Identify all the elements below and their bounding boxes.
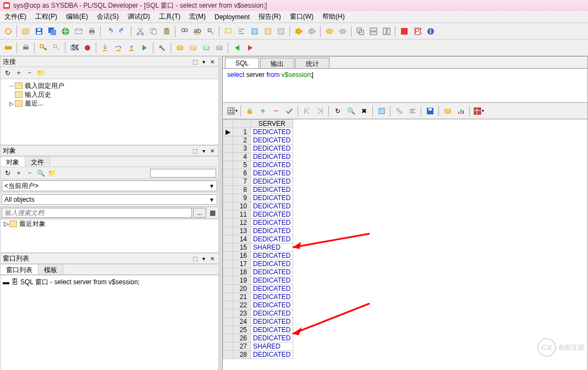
window-list[interactable]: ▬ 🗄 SQL 窗口 - select server from v$sessio…: [0, 275, 219, 370]
folder-icon[interactable]: 📁: [47, 168, 57, 178]
table-row[interactable]: 18DEDICATED: [223, 268, 293, 277]
menu-edit[interactable]: 编辑(E): [62, 11, 92, 23]
browse-button[interactable]: ...: [193, 208, 206, 218]
table-row[interactable]: 13DEDICATED: [223, 227, 293, 235]
paste-button[interactable]: [161, 25, 173, 37]
rollback-button[interactable]: [337, 25, 349, 37]
tab-objects[interactable]: 对象: [1, 157, 25, 167]
chart-button[interactable]: [455, 105, 467, 117]
tab-stats[interactable]: 统计: [295, 58, 329, 68]
table-row[interactable]: 8DEDICATED: [223, 186, 293, 194]
find-button[interactable]: [178, 25, 190, 37]
tile-v-button[interactable]: [381, 25, 393, 37]
table-row[interactable]: 22DEDICATED: [223, 301, 293, 310]
save-button[interactable]: [33, 25, 45, 37]
window-list-item[interactable]: ▬ 🗄 SQL 窗口 - select server from v$sessio…: [3, 278, 216, 286]
plan-button[interactable]: [249, 25, 261, 37]
tile-h-button[interactable]: [367, 25, 380, 37]
first-button[interactable]: [301, 105, 313, 117]
tab-files[interactable]: 文件: [25, 157, 50, 167]
print2-button[interactable]: [20, 42, 32, 54]
user-combo[interactable]: <当前用户>▼: [2, 180, 217, 191]
search-input[interactable]: [2, 208, 192, 218]
panel-pin-icon[interactable]: ⬚: [191, 147, 199, 154]
cut-button[interactable]: [134, 25, 146, 37]
del-row-button[interactable]: −: [270, 105, 282, 117]
tree-item-fixed-users[interactable]: ···载入固定用户: [2, 81, 217, 90]
table-row[interactable]: ▶1DEDICATED: [223, 128, 293, 136]
key-button[interactable]: [37, 42, 50, 54]
panel-pin-icon[interactable]: ⬚: [191, 255, 199, 262]
table-row[interactable]: 24DEDICATED: [223, 318, 293, 326]
saveall-button[interactable]: [46, 25, 58, 37]
step-over-button[interactable]: [112, 42, 124, 54]
add-icon[interactable]: ＋: [14, 168, 24, 178]
menu-project[interactable]: 工程(P): [31, 11, 62, 23]
remove-icon[interactable]: －: [25, 168, 35, 178]
wrench-button[interactable]: [156, 42, 168, 54]
table-row[interactable]: 25DEDICATED: [223, 326, 293, 334]
obj-button[interactable]: [262, 25, 274, 37]
email-button[interactable]: [73, 25, 85, 37]
table-row[interactable]: 21DEDICATED: [223, 293, 293, 301]
grid-button[interactable]: ▾: [226, 105, 238, 117]
copy-button[interactable]: [147, 25, 160, 37]
export-button[interactable]: [424, 105, 436, 117]
menu-session[interactable]: 会话(S): [92, 11, 123, 23]
menu-tools[interactable]: 工具(T): [155, 11, 185, 23]
table-row[interactable]: 15SHARED: [223, 244, 293, 252]
db1-button[interactable]: [174, 42, 186, 54]
nav-back-button[interactable]: [231, 42, 243, 54]
add-row-button[interactable]: +: [257, 105, 269, 117]
tab-winlist[interactable]: 窗口列表: [1, 264, 39, 274]
keylock-button[interactable]: [51, 42, 63, 54]
clear-button[interactable]: ✖: [358, 105, 370, 117]
panel-dropdown-icon[interactable]: ▾: [200, 58, 207, 65]
browser-button[interactable]: [59, 25, 72, 37]
menu-deployment[interactable]: Deployment: [210, 12, 254, 22]
add-icon[interactable]: ＋: [14, 68, 24, 78]
panel-dropdown-icon[interactable]: ▾: [200, 255, 207, 262]
remove-icon[interactable]: －: [25, 68, 35, 78]
table-row[interactable]: 28DEDICATED: [223, 351, 293, 359]
grid-options-button[interactable]: ▾: [472, 105, 485, 117]
beautify-button[interactable]: [235, 25, 248, 37]
info-button[interactable]: i: [425, 25, 437, 37]
stop-button[interactable]: [306, 25, 318, 37]
table-row[interactable]: 12DEDICATED: [223, 219, 293, 227]
step-into-button[interactable]: [99, 42, 111, 54]
table-row[interactable]: 26DEDICATED: [223, 334, 293, 343]
table-row[interactable]: 20DEDICATED: [223, 285, 293, 293]
table-row[interactable]: 17DEDICATED: [223, 260, 293, 268]
panel-close-icon[interactable]: ✕: [208, 255, 216, 262]
step-out-button[interactable]: [125, 42, 138, 54]
post-button[interactable]: [283, 105, 295, 117]
table-row[interactable]: 14DEDICATED: [223, 235, 293, 244]
menu-help[interactable]: 帮助(H): [318, 11, 349, 23]
redo-button[interactable]: [117, 25, 129, 37]
objects-filter-input[interactable]: [150, 169, 216, 178]
table-row[interactable]: 3DEDICATED: [223, 145, 293, 153]
red-btn[interactable]: [398, 25, 410, 37]
panel-close-icon[interactable]: ✕: [208, 58, 216, 65]
run-button[interactable]: [293, 25, 305, 37]
sql-button[interactable]: SQL: [68, 42, 80, 54]
link-button[interactable]: [393, 105, 405, 117]
replace-button[interactable]: ab: [191, 25, 204, 37]
table-row[interactable]: 7DEDICATED: [223, 178, 293, 186]
open-button[interactable]: [20, 25, 32, 37]
tree-item-input-history[interactable]: 输入历史: [2, 90, 217, 99]
gears-button[interactable]: [2, 42, 14, 54]
db-export-button[interactable]: [442, 105, 454, 117]
fetchall-find-icon[interactable]: 🔍: [345, 105, 357, 117]
table-row[interactable]: 16DEDICATED: [223, 252, 293, 260]
tree-item-recent[interactable]: ▷最近...: [2, 99, 217, 108]
refresh-icon[interactable]: ↻: [3, 68, 13, 78]
menu-window[interactable]: 窗口(W): [285, 11, 318, 23]
table-row[interactable]: 23DEDICATED: [223, 310, 293, 318]
tab-templates[interactable]: 模板: [39, 264, 63, 274]
fetch-button[interactable]: ↻: [332, 105, 344, 117]
panel-pin-icon[interactable]: ⬚: [191, 58, 199, 65]
table-row[interactable]: 6DEDICATED: [223, 169, 293, 178]
panel-close-icon[interactable]: ✕: [208, 147, 216, 154]
